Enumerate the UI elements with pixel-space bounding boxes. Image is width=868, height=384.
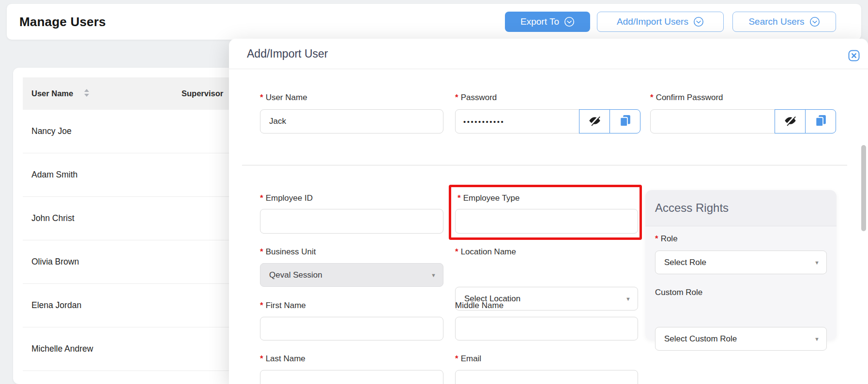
export-to-button[interactable]: Export To bbox=[505, 12, 590, 32]
business-unit-select[interactable]: Qeval Session ▼ bbox=[260, 263, 443, 287]
modal-header: Add/Import User bbox=[229, 39, 868, 69]
confirm-password-label: * Confirm Password bbox=[650, 93, 723, 103]
confirm-password-field-group bbox=[650, 109, 836, 133]
chevron-down-icon: ▼ bbox=[625, 296, 631, 302]
email-label: * Email bbox=[455, 354, 481, 364]
chevron-down-circle-icon bbox=[564, 16, 575, 27]
last-name-input[interactable] bbox=[260, 370, 443, 384]
vertical-scrollbar[interactable] bbox=[861, 145, 866, 231]
column-header-supervisor[interactable]: Supervisor bbox=[182, 89, 223, 98]
password-label: * Password bbox=[455, 93, 497, 103]
employee-type-input[interactable] bbox=[455, 209, 638, 234]
required-asterisk: * bbox=[260, 354, 263, 364]
password-input[interactable]: ••••••••••• bbox=[455, 109, 579, 133]
required-asterisk: * bbox=[455, 247, 458, 257]
employee-id-label: * Employee ID bbox=[260, 193, 313, 203]
custom-role-select[interactable]: Select Custom Role ▼ bbox=[655, 327, 827, 351]
required-asterisk: * bbox=[650, 93, 654, 103]
first-name-input[interactable] bbox=[260, 317, 443, 340]
email-input[interactable] bbox=[455, 370, 638, 384]
access-rights-title: Access Rights bbox=[645, 190, 837, 226]
toggle-password-visibility-button[interactable] bbox=[579, 109, 610, 133]
modal-title: Add/Import User bbox=[247, 39, 328, 69]
copy-icon bbox=[814, 114, 827, 129]
required-asterisk: * bbox=[260, 301, 263, 310]
chevron-down-circle-icon bbox=[693, 16, 704, 27]
required-asterisk: * bbox=[260, 247, 263, 257]
chevron-down-icon: ▼ bbox=[431, 272, 436, 278]
middle-name-input[interactable] bbox=[455, 317, 638, 340]
eye-off-icon bbox=[784, 114, 797, 129]
section-divider bbox=[242, 165, 847, 165]
add-import-user-modal: Add/Import User * User Name Jack * Passw… bbox=[229, 39, 868, 384]
role-label: * Role bbox=[655, 234, 678, 244]
confirm-password-input[interactable] bbox=[650, 109, 775, 133]
sort-icon[interactable] bbox=[84, 89, 90, 99]
column-header-user-name[interactable]: User Name bbox=[31, 89, 73, 98]
required-asterisk: * bbox=[260, 93, 263, 103]
chevron-down-icon: ▼ bbox=[814, 260, 820, 266]
search-users-button[interactable]: Search Users bbox=[732, 12, 836, 32]
page-title: Manage Users bbox=[19, 4, 106, 40]
toggle-password-visibility-button[interactable] bbox=[775, 109, 806, 133]
chevron-down-circle-icon bbox=[809, 16, 820, 27]
user-name-label: * User Name bbox=[260, 93, 307, 103]
last-name-label: * Last Name bbox=[260, 354, 305, 364]
user-name-input[interactable]: Jack bbox=[260, 109, 443, 133]
password-field-group: ••••••••••• bbox=[455, 109, 640, 133]
required-asterisk: * bbox=[260, 193, 263, 203]
copy-password-button[interactable] bbox=[609, 109, 640, 133]
copy-icon[interactable] bbox=[805, 109, 836, 133]
first-name-label: * First Name bbox=[260, 301, 306, 310]
add-import-users-button[interactable]: Add/Import Users bbox=[597, 12, 724, 32]
employee-type-label: * Employee Type bbox=[457, 193, 520, 203]
required-asterisk: * bbox=[455, 93, 458, 103]
business-unit-label: * Business Unit bbox=[260, 247, 316, 257]
required-asterisk: * bbox=[457, 193, 461, 203]
role-select[interactable]: Select Role ▼ bbox=[655, 251, 827, 274]
eye-off-icon bbox=[588, 114, 601, 129]
custom-role-label: Custom Role bbox=[655, 288, 702, 297]
required-asterisk: * bbox=[455, 354, 458, 364]
access-rights-panel: Access Rights * Role Select Role ▼ Custo… bbox=[645, 190, 837, 340]
close-icon[interactable] bbox=[848, 50, 860, 61]
copy-icon bbox=[619, 114, 632, 129]
chevron-down-icon: ▼ bbox=[814, 336, 820, 342]
middle-name-label: Middle Name bbox=[455, 301, 503, 310]
location-name-label: * Location Name bbox=[455, 247, 516, 257]
page-header: Manage Users Export To Add/Import Users … bbox=[7, 4, 861, 40]
required-asterisk: * bbox=[655, 234, 658, 244]
employee-id-input[interactable] bbox=[260, 209, 443, 234]
